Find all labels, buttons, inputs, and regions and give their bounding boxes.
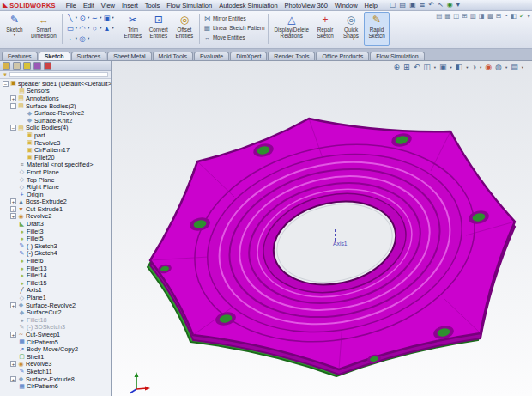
tree-item-fillet18[interactable]: ●Fillet18 [1, 316, 111, 324]
smart-dimension-button[interactable]: ↔SmartDimension [27, 12, 60, 46]
trim-entities-button[interactable]: ✂TrimEntities [120, 12, 146, 46]
tree-item-cirpattern5[interactable]: ▦CirPattern5 [1, 338, 111, 346]
section-view-icon[interactable]: ◫ [423, 63, 431, 71]
tab-office-products[interactable]: Office Products [316, 52, 369, 60]
tree-item-fillet3[interactable]: ●Fillet3 [1, 228, 111, 235]
menu-autodesk-simulation[interactable]: Autodesk Simulation [215, 2, 281, 9]
text-tool-icon[interactable]: ◎ [78, 34, 87, 43]
circle-tool-icon[interactable]: ⊙ [78, 14, 87, 22]
tree-item-sensors[interactable]: ▤Sensors [1, 88, 111, 95]
aux-icon-1[interactable]: ▤ [436, 12, 442, 20]
tree-item-fillet6[interactable]: ●Fillet6 [1, 257, 111, 265]
tree-item-fillet5[interactable]: ●Fillet5 [1, 235, 111, 242]
tree-item-surface-knit2[interactable]: ◆Surface-Knit2 [1, 117, 111, 125]
tree-expander[interactable]: − [10, 103, 16, 109]
ellipse-tool-icon[interactable]: ○ [90, 24, 99, 33]
tree-item-revolve3[interactable]: +◉Revolve3 [1, 361, 111, 369]
new-document-icon[interactable]: ▢ [390, 1, 396, 9]
aux-icon-12[interactable]: ▾ [527, 12, 530, 20]
dropdown-arrow-icon[interactable]: ▾ [76, 36, 77, 40]
menu-insert[interactable]: Insert [118, 2, 142, 9]
tree-item-top-plane[interactable]: ◇Top Plane [1, 176, 111, 184]
tab-render-tools[interactable]: Render Tools [268, 52, 315, 60]
previous-view-icon[interactable]: ↶ [414, 63, 420, 71]
tree-item-sketch11[interactable]: ✎Sketch11 [1, 368, 111, 375]
tree-expander[interactable]: + [10, 332, 16, 338]
tree-expander[interactable]: + [10, 361, 16, 367]
display-style-icon[interactable]: ◧ [456, 63, 463, 71]
apply-scene-icon[interactable]: ◍ [495, 63, 502, 71]
repair-sketch-button[interactable]: +RepairSketch [312, 12, 338, 46]
convert-entities-button[interactable]: ⊡ConvertEntities [146, 12, 172, 46]
aux-icon-7[interactable]: ▩ [487, 12, 493, 20]
dropdown-arrow-icon[interactable]: ▾ [522, 65, 523, 70]
menu-photoview-360[interactable]: PhotoView 360 [281, 2, 331, 9]
menu-file[interactable]: File [63, 2, 80, 9]
quick-snaps-button[interactable]: ◎QuickSnaps [338, 12, 364, 46]
tab-sketch[interactable]: Sketch [39, 52, 70, 60]
tree-item-right-plane[interactable]: ◇Right Plane [1, 183, 111, 191]
tree-item-solid-bodies-4[interactable]: −▤Solid Bodies(4) [1, 125, 111, 132]
tree-item-part[interactable]: ▣part [1, 131, 111, 139]
rebuild-icon[interactable]: ◉ [447, 1, 453, 9]
tree-item-origin[interactable]: +Origin [1, 191, 111, 198]
filter-input[interactable] [9, 72, 108, 77]
menu-tools[interactable]: Tools [142, 2, 164, 9]
tree-expander[interactable]: − [10, 125, 16, 131]
tab-flow-simulation[interactable]: Flow Simulation [370, 52, 424, 60]
dropdown-arrow-icon[interactable]: ▾ [88, 15, 89, 20]
tree-expander[interactable]: + [10, 302, 16, 308]
aux-icon-5[interactable]: ▥ [470, 12, 476, 20]
tree-expander[interactable]: + [10, 213, 16, 219]
offset-entities-button[interactable]: ◎OffsetEntities [172, 12, 197, 46]
zoom-fit-icon[interactable]: ⊕ [394, 63, 401, 71]
dropdown-arrow-icon[interactable]: ▾ [100, 15, 101, 20]
dropdown-arrow-icon[interactable]: ▾ [100, 26, 101, 30]
tree-item-annotations[interactable]: +▤Annotations [1, 94, 111, 102]
tree-item-sketch3[interactable]: ✎(-) Sketch3 [1, 242, 111, 250]
tree-item-body-move-copy2[interactable]: ↗Body-Move/Copy2 [1, 345, 111, 353]
aux-icon-9[interactable]: ◔ [504, 12, 508, 20]
tree-item-surface-bodies-2[interactable]: −▤Surface Bodies(2) [1, 102, 111, 110]
move-entities-button[interactable]: ↔Move Entities [203, 33, 265, 41]
mirror-entities-button[interactable]: ⋈Mirror Entities [203, 14, 265, 22]
open-icon[interactable]: ▤ [400, 1, 407, 9]
tree-item-surface-revolve2[interactable]: ◆Surface-Revolve2 [1, 109, 111, 117]
tab-sheet-metal[interactable]: Sheet Metal [107, 52, 151, 60]
tree-item-fillet20[interactable]: ▣Fillet20 [1, 154, 111, 161]
tree-expander[interactable]: + [10, 376, 16, 382]
tree-expander[interactable]: − [3, 81, 9, 87]
linear-sketch-pattern-button[interactable]: ▦Linear Sketch Pattern [203, 23, 265, 32]
tree-item-cut-extrude1[interactable]: +▼Cut-Extrude1 [1, 205, 111, 213]
aux-icon-2[interactable]: ▦ [444, 12, 450, 20]
point-tool-icon[interactable]: · [66, 34, 75, 43]
tree-expander[interactable]: + [10, 198, 16, 204]
tree-item-surface-revolve2[interactable]: +◆Surface-Revolve2 [1, 302, 111, 309]
sketch-button[interactable]: ✎Sketch▾ [2, 12, 27, 46]
tree-item-revolve3[interactable]: ▣Revolve3 [1, 139, 111, 147]
tree-item-front-plane[interactable]: ◇Front Plane [1, 168, 111, 176]
panel-tab-appearances[interactable] [44, 62, 51, 70]
tree-item-speaker-side1-default-default-displa[interactable]: −▣speaker side1 (Default<<Default>_Displ… [1, 80, 111, 88]
tree-item-fillet13[interactable]: ●Fillet13 [1, 265, 111, 272]
dropdown-arrow-icon[interactable]: ▾ [466, 65, 468, 70]
hide-show-items-icon[interactable]: ◑ [472, 63, 476, 71]
menu-edit[interactable]: Edit [80, 2, 98, 9]
menu-help[interactable]: Help [361, 2, 381, 9]
graphics-viewport[interactable]: ⊕⊞↶◫▾▣▾◧▾◑▾◉◍▾▤▾ [112, 61, 532, 396]
display-delete-relations-button[interactable]: △Display/DeleteRelations [270, 12, 312, 46]
spline-tool-icon[interactable]: ∼ [90, 14, 99, 22]
dropdown-arrow-icon[interactable]: ▾ [76, 15, 77, 20]
aux-icon-10[interactable]: ◧ [511, 12, 517, 20]
dropdown-arrow-icon[interactable]: ▾ [480, 65, 481, 70]
view-settings-icon[interactable]: ▤ [511, 63, 518, 71]
dropdown-arrow-icon[interactable]: ▾ [88, 36, 89, 40]
tree-item-3dsketch3[interactable]: ✎(-) 3DSketch3 [1, 324, 111, 332]
tree-item-shell1[interactable]: ▢Shell1 [1, 353, 111, 361]
menu-flow-simulation[interactable]: Flow Simulation [163, 2, 215, 9]
dropdown-arrow-icon[interactable]: ▾ [88, 26, 89, 30]
panel-tab-propertymanager[interactable] [13, 62, 21, 70]
dropdown-arrow-icon[interactable]: ▾ [112, 15, 114, 20]
view-orientation-icon[interactable]: ▣ [439, 63, 447, 71]
aux-icon-11[interactable]: ✓ [519, 12, 524, 20]
